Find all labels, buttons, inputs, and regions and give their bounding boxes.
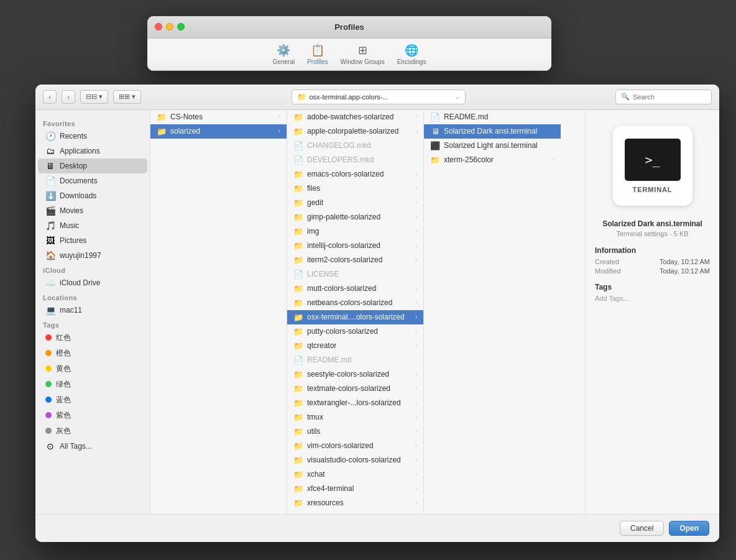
recents-icon: 🕐 <box>45 131 55 141</box>
file-item-gedit[interactable]: 📁 gedit › <box>287 196 423 210</box>
file-item-emacs[interactable]: 📁 emacs-colors-solarized › <box>287 167 423 181</box>
chevron-icon: › <box>415 228 417 234</box>
file-item-putty[interactable]: 📁 putty-colors-solarized › <box>287 324 423 339</box>
file-icon: 📄 <box>293 155 303 165</box>
icon-view-button[interactable]: ⊞⊞ ▾ <box>113 90 141 104</box>
chevron-icon: › <box>415 428 417 434</box>
file-item-license: 📄 LICENSE <box>287 267 423 282</box>
sidebar-item-downloads[interactable]: ⬇️ Downloads <box>38 188 147 203</box>
file-item-textmate[interactable]: 📁 textmate-colors-solarized › <box>287 382 423 396</box>
sidebar-item-tag-purple[interactable]: 紫色 <box>38 408 147 423</box>
maximize-button[interactable] <box>177 23 185 30</box>
file-item-img[interactable]: 📁 img › <box>287 224 423 239</box>
location-bar[interactable]: 📁 osx-terminal.app-colors-... ⌄ <box>292 90 466 104</box>
folder-icon: 📁 <box>293 227 303 236</box>
file-item-apple-color[interactable]: 📁 apple-colorpalette-solarized › <box>287 124 423 139</box>
sidebar-item-recents[interactable]: 🕐 Recents <box>38 129 147 144</box>
file-item-iterm2[interactable]: 📁 iterm2-colors-solarized › <box>287 253 423 267</box>
tab-window-groups-label: Window Groups <box>341 58 385 65</box>
chevron-icon: › <box>415 285 417 291</box>
file-item-cs-notes[interactable]: 📁 CS-Notes › <box>150 110 287 124</box>
sidebar-item-music[interactable]: 🎵 Music <box>38 218 147 233</box>
sidebar-item-tag-gray[interactable]: 灰色 <box>38 423 147 439</box>
preview-icon-wrap: >_ TERMINAL <box>609 122 696 209</box>
sidebar-item-all-tags[interactable]: ⊙ All Tags... <box>38 439 147 454</box>
sidebar-item-tag-green[interactable]: 绿色 <box>38 377 147 392</box>
locations-label: Locations <box>35 290 150 303</box>
file-item-xchat[interactable]: 📁 xchat › <box>287 467 423 482</box>
chevron-icon: › <box>553 157 554 163</box>
file-item-seestyle[interactable]: 📁 seestyle-colors-solarized › <box>287 367 423 382</box>
sidebar-item-applications[interactable]: 🗂 Applications <box>38 144 147 158</box>
chevron-icon: › <box>278 128 280 134</box>
file-item-osx-terminal[interactable]: 📁 osx-terminal....olors-solarized › <box>287 310 423 324</box>
chevron-icon: › <box>415 257 417 263</box>
chevron-icon: › <box>415 171 417 177</box>
file-item-mutt[interactable]: 📁 mutt-colors-solarized › <box>287 282 423 296</box>
tab-general[interactable]: ⚙️ General <box>273 44 295 65</box>
cancel-button[interactable]: Cancel <box>620 521 664 536</box>
folder-icon: 📁 <box>293 398 303 408</box>
file-item-xfce4[interactable]: 📁 xfce4-terminal › <box>287 482 423 496</box>
tab-window-groups[interactable]: ⊞ Window Groups <box>341 44 385 65</box>
sidebar-item-pictures[interactable]: 🖼 Pictures <box>38 233 147 248</box>
file-item-xterm[interactable]: 📁 xterm-256color › <box>424 153 561 167</box>
created-key: Created <box>595 258 619 265</box>
sidebar-item-tag-blue[interactable]: 蓝色 <box>38 392 147 408</box>
sidebar-item-home[interactable]: 🏠 wuyujin1997 <box>38 248 147 263</box>
sidebar-item-documents[interactable]: 📄 Documents <box>38 173 147 188</box>
file-item-solarized[interactable]: 📁 solarized › <box>150 124 287 139</box>
file-item-adobe[interactable]: 📁 adobe-swatches-solarized › <box>287 110 423 124</box>
tab-profiles[interactable]: 📋 Profiles <box>307 44 328 65</box>
minimize-button[interactable] <box>166 23 173 30</box>
preview-tags-section: Tags Add Tags... <box>595 283 710 302</box>
search-input[interactable] <box>633 93 706 101</box>
sidebar-item-tag-yellow[interactable]: 黄色 <box>38 361 147 377</box>
created-value: Today, 10:12 AM <box>660 258 710 265</box>
downloads-icon: ⬇️ <box>45 191 55 201</box>
file-item-netbeans[interactable]: 📁 netbeans-colors-solarized › <box>287 296 423 310</box>
sidebar-item-tag-red[interactable]: 红色 <box>38 330 147 346</box>
file-item-visualstudio[interactable]: 📁 visualstudio-colors-solarized › <box>287 453 423 467</box>
sidebar-item-desktop[interactable]: 🖥 Desktop <box>38 158 147 173</box>
folder-icon: 📁 <box>293 498 303 508</box>
file-item-intellij[interactable]: 📁 intellij-colors-solarized › <box>287 239 423 253</box>
chevron-icon: › <box>415 414 417 420</box>
file-item-solarized-dark[interactable]: 🖥 Solarized Dark ansi.terminal <box>424 124 561 139</box>
location-text: osx-terminal.app-colors-... <box>310 93 452 101</box>
chevron-icon: › <box>415 457 417 463</box>
add-tags[interactable]: Add Tags... <box>595 295 710 302</box>
sidebar-item-icloud-drive[interactable]: ☁️ iCloud Drive <box>38 275 147 290</box>
file-item-utils[interactable]: 📁 utils › <box>287 425 423 439</box>
chevron-icon: › <box>415 500 417 506</box>
file-item-vim[interactable]: 📁 vim-colors-solarized › <box>287 439 423 453</box>
file-item-readme-col3[interactable]: 📄 README.md <box>424 110 561 124</box>
chevron-icon: › <box>415 485 417 492</box>
file-item-gimp[interactable]: 📁 gimp-palette-solarized › <box>287 210 423 224</box>
red-tag-dot <box>45 334 52 341</box>
file-item-files[interactable]: 📁 files › <box>287 181 423 196</box>
tab-encodings[interactable]: 🌐 Encodings <box>397 44 426 65</box>
forward-button[interactable]: › <box>62 90 75 104</box>
sidebar-item-movies[interactable]: 🎬 Movies <box>38 203 147 218</box>
terminal-screen: >_ <box>625 139 681 181</box>
search-bar[interactable]: 🔍 <box>615 90 712 104</box>
file-item-textwrangler[interactable]: 📁 textwrangler-...lors-solarized › <box>287 396 423 410</box>
chevron-icon: › <box>415 400 417 406</box>
folder-icon: 📁 <box>293 456 303 465</box>
file-item-tmux[interactable]: 📁 tmux › <box>287 410 423 425</box>
open-button[interactable]: Open <box>669 521 709 536</box>
folder-icon: 📁 <box>293 341 303 351</box>
file-item-xresources[interactable]: 📁 xresources › <box>287 496 423 510</box>
preview-subtitle: Terminal settings - 5 KB <box>616 230 688 237</box>
close-button[interactable] <box>155 23 162 30</box>
sidebar-item-mac11[interactable]: 💻 mac11 <box>38 303 147 318</box>
file-dialog: ‹ › ⊟⊟ ▾ ⊞⊞ ▾ 📁 osx-terminal.app-colors-… <box>35 85 719 542</box>
back-button[interactable]: ‹ <box>43 90 57 104</box>
file-item-solarized-light[interactable]: ⬛ Solarized Light ansi.terminal <box>424 139 561 153</box>
tab-profiles-label: Profiles <box>307 58 328 65</box>
sidebar-item-tag-orange[interactable]: 橙色 <box>38 346 147 361</box>
file-item-qtcreator[interactable]: 📁 qtcreator › <box>287 339 423 353</box>
column-view-button[interactable]: ⊟⊟ ▾ <box>80 90 108 104</box>
documents-icon: 📄 <box>45 176 55 186</box>
